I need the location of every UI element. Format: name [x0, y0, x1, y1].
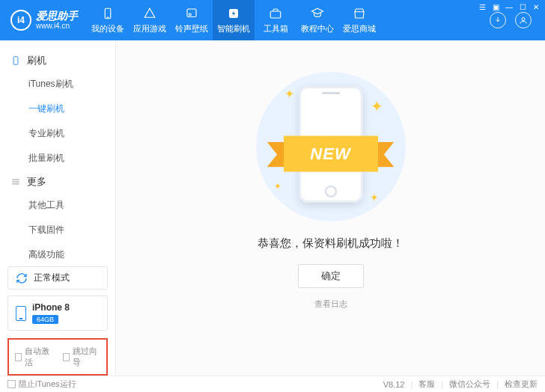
nav-apps-games[interactable]: 应用游戏 [129, 0, 171, 40]
nav-toolbox[interactable]: 工具箱 [255, 0, 296, 40]
sidebar-item-other-tools[interactable]: 其他工具 [0, 193, 115, 218]
apps-icon [143, 7, 156, 20]
device-selector[interactable]: iPhone 8 64GB [7, 295, 108, 331]
checkbox-icon [7, 380, 16, 388]
footer-link-wechat[interactable]: 微信公众号 [449, 379, 490, 390]
checkbox-icon [63, 353, 70, 361]
svg-rect-2 [187, 9, 196, 17]
footer-link-support[interactable]: 客服 [418, 379, 435, 390]
sidebar-item-download-firmware[interactable]: 下载固件 [0, 218, 115, 242]
footer-link-update[interactable]: 检查更新 [505, 379, 538, 390]
version-label: V8.12 [383, 380, 405, 389]
device-name: iPhone 8 [32, 302, 70, 313]
maximize-button[interactable]: ☐ [518, 2, 527, 11]
section-more[interactable]: 更多 [0, 171, 115, 193]
sidebar-item-batch-flash[interactable]: 批量刷机 [0, 146, 115, 171]
confirm-button[interactable]: 确定 [298, 264, 364, 288]
nav-ringtones[interactable]: 铃声壁纸 [171, 0, 213, 40]
top-nav: 我的设备 应用游戏 铃声壁纸 智能刷机 工具箱 教程中心 爱思商城 [87, 0, 484, 40]
svg-rect-5 [270, 11, 281, 18]
logo-area: i4 爱思助手 www.i4.cn [0, 0, 87, 40]
checkbox-icon [15, 353, 22, 361]
checkbox-block-itunes[interactable]: 阻止iTunes运行 [7, 379, 76, 390]
sidebar-item-advanced[interactable]: 高级功能 [0, 242, 115, 260]
main-content: ✦ ✦ ✦ ✦ NEW 恭喜您，保资料刷机成功啦！ 确定 查看日志 [116, 40, 545, 376]
storage-badge: 64GB [32, 315, 58, 324]
section-flash[interactable]: 刷机 [0, 49, 115, 72]
store-icon [353, 7, 366, 20]
window-controls: ☰ ▣ — ☐ ✕ [478, 2, 541, 11]
nav-tutorials[interactable]: 教程中心 [296, 0, 338, 40]
sidebar: 刷机 iTunes刷机 一键刷机 专业刷机 批量刷机 更多 其他工具 下载固件 … [0, 40, 116, 376]
mode-selector[interactable]: 正常模式 [7, 266, 108, 290]
close-button[interactable]: ✕ [532, 2, 541, 11]
sidebar-item-oneclick-flash[interactable]: 一键刷机 [0, 97, 115, 121]
brand-url: www.i4.cn [36, 22, 78, 30]
menu-button[interactable]: ☰ [478, 2, 487, 11]
refresh-icon [16, 272, 28, 284]
ribbon-new-label: NEW [284, 136, 378, 172]
user-icon [519, 16, 528, 25]
device-phone-icon [16, 306, 26, 321]
toolbox-icon [269, 7, 282, 20]
logo-icon: i4 [10, 10, 31, 31]
success-illustration: ✦ ✦ ✦ ✦ NEW [256, 72, 406, 221]
options-highlight-box: 自动激活 跳过向导 [7, 338, 108, 376]
checkbox-skip-wizard[interactable]: 跳过向导 [63, 346, 100, 368]
nav-smart-flash[interactable]: 智能刷机 [213, 0, 255, 40]
account-button[interactable] [515, 12, 532, 28]
mode-label: 正常模式 [34, 272, 70, 284]
brand-name: 爱思助手 [36, 10, 78, 22]
device-icon [101, 7, 115, 20]
svg-point-6 [522, 18, 525, 21]
nav-store[interactable]: 爱思商城 [338, 0, 380, 40]
footer-bar: 阻止iTunes运行 V8.12 | 客服 | 微信公众号 | 检查更新 [0, 376, 545, 392]
app-header: i4 爱思助手 www.i4.cn 我的设备 应用游戏 铃声壁纸 智能刷机 工具… [0, 0, 545, 40]
svg-rect-7 [13, 57, 18, 65]
sidebar-item-pro-flash[interactable]: 专业刷机 [0, 121, 115, 146]
checkbox-auto-activate[interactable]: 自动激活 [15, 346, 52, 368]
flash-icon [227, 7, 240, 20]
download-icon [493, 16, 502, 25]
view-log-link[interactable]: 查看日志 [314, 298, 347, 310]
media-icon [185, 7, 198, 20]
nav-my-device[interactable]: 我的设备 [87, 0, 129, 40]
skin-button[interactable]: ▣ [491, 2, 500, 11]
menu-icon [10, 177, 21, 187]
tutorial-icon [311, 7, 324, 20]
success-message: 恭喜您，保资料刷机成功啦！ [258, 236, 404, 251]
phone-icon [10, 55, 21, 66]
minimize-button[interactable]: — [505, 2, 514, 11]
svg-point-3 [189, 13, 191, 16]
download-button[interactable] [490, 12, 506, 28]
sidebar-item-itunes-flash[interactable]: iTunes刷机 [0, 72, 115, 97]
